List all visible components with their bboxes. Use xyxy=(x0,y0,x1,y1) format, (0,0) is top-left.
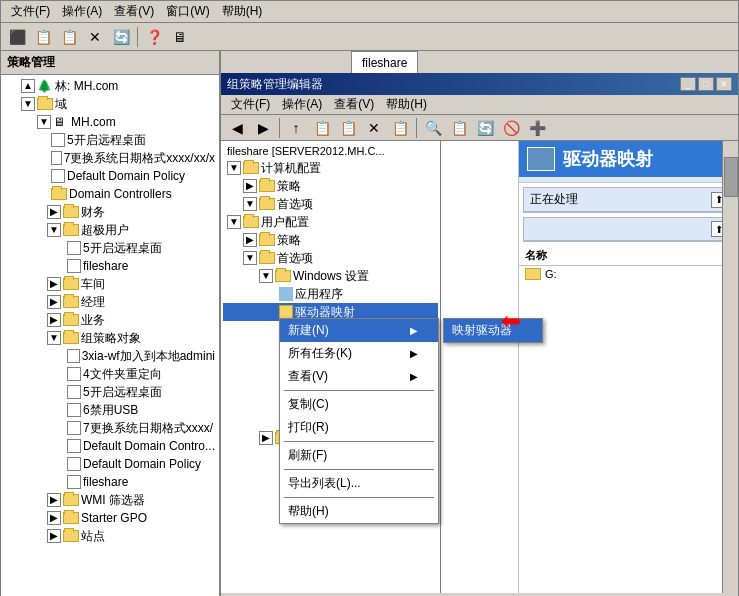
gpo-tree-policy1[interactable]: ▶ 策略 xyxy=(223,177,438,195)
gpo-toolbar-btn8[interactable]: 🚫 xyxy=(499,117,523,139)
gpo-toolbar-btn5[interactable]: 🔍 xyxy=(421,117,445,139)
toolbar-btn-2[interactable]: 📋 xyxy=(31,26,55,48)
toolbar-btn-1[interactable]: ⬛ xyxy=(5,26,29,48)
context-menu-alltasks[interactable]: 所有任务(K) ▶ xyxy=(280,342,438,365)
tree-item-sites[interactable]: ▶ 站点 xyxy=(3,527,217,545)
tree-item-remote[interactable]: 5开启远程桌面 xyxy=(3,131,217,149)
tree-item-workshop[interactable]: ▶ 车间 xyxy=(3,275,217,293)
left-tree-area[interactable]: ▲ 🌲 林: MH.com ▼ 域 ▼ 🖥 MH.com xyxy=(1,75,219,596)
gpo-toggle-controlpanel[interactable]: ▶ xyxy=(259,431,273,445)
gpo-toolbar-up[interactable]: ↑ xyxy=(284,117,308,139)
context-menu[interactable]: 新建(N) ▶ 所有任务(K) ▶ 查看(V) ▶ 复制(C) 打印(R) xyxy=(279,318,439,524)
context-menu-new[interactable]: 新建(N) ▶ xyxy=(280,319,438,342)
gpo-toolbar-btn4[interactable]: 📋 xyxy=(388,117,412,139)
toolbar-btn-6[interactable]: ❓ xyxy=(142,26,166,48)
toggle-business[interactable]: ▶ xyxy=(47,313,61,327)
toggle-finance[interactable]: ▶ xyxy=(47,205,61,219)
tree-item-gpo6[interactable]: Default Domain Contro... xyxy=(3,437,217,455)
gpo-tree-pref2[interactable]: ▼ 首选项 xyxy=(223,249,438,267)
context-menu-refresh[interactable]: 刷新(F) xyxy=(280,444,438,467)
toggle-sites[interactable]: ▶ xyxy=(47,529,61,543)
toggle-starter[interactable]: ▶ xyxy=(47,511,61,525)
close-btn[interactable]: ✕ xyxy=(716,77,732,91)
tree-item-gpo2[interactable]: 4文件夹重定向 xyxy=(3,365,217,383)
toolbar-btn-3[interactable]: 📋 xyxy=(57,26,81,48)
toolbar-btn-4[interactable]: ✕ xyxy=(83,26,107,48)
gpo-tree-apps[interactable]: 应用程序 xyxy=(223,285,438,303)
gpo-toggle-policy1[interactable]: ▶ xyxy=(243,179,257,193)
tree-item-superuser[interactable]: ▼ 超极用户 xyxy=(3,221,217,239)
toggle-mhcom[interactable]: ▼ xyxy=(37,115,51,129)
gpo-toggle-windows[interactable]: ▼ xyxy=(259,269,273,283)
submenu-item-drivemap[interactable]: 映射驱动器 xyxy=(444,319,542,342)
tree-item-manager[interactable]: ▶ 经理 xyxy=(3,293,217,311)
tree-item-forest[interactable]: ▲ 🌲 林: MH.com xyxy=(3,77,217,95)
gpo-menu-help[interactable]: 帮助(H) xyxy=(380,95,433,114)
gpo-toggle-computer[interactable]: ▼ xyxy=(227,161,241,175)
tree-item-gpo7[interactable]: Default Domain Policy xyxy=(3,455,217,473)
tree-item-gpo4[interactable]: 6禁用USB xyxy=(3,401,217,419)
toggle-domain[interactable]: ▼ xyxy=(21,97,35,111)
tree-item-fileshare[interactable]: fileshare xyxy=(3,257,217,275)
tree-item-starter[interactable]: ▶ Starter GPO xyxy=(3,509,217,527)
tree-item-gpo[interactable]: ▼ 组策略对象 xyxy=(3,329,217,347)
active-tab[interactable]: fileshare xyxy=(351,51,418,73)
gpo-tree-pref1[interactable]: ▼ 首选项 xyxy=(223,195,438,213)
gpo-tree-policy2[interactable]: ▶ 策略 xyxy=(223,231,438,249)
context-menu-print[interactable]: 打印(R) xyxy=(280,416,438,439)
context-menu-view[interactable]: 查看(V) ▶ xyxy=(280,365,438,388)
tree-item-date[interactable]: 7更换系统日期格式xxxx/xx/x xyxy=(3,149,217,167)
tree-item-gpo8[interactable]: fileshare xyxy=(3,473,217,491)
gpo-toolbar-btn1[interactable]: 📋 xyxy=(310,117,334,139)
toggle-workshop[interactable]: ▶ xyxy=(47,277,61,291)
context-menu-copy[interactable]: 复制(C) xyxy=(280,393,438,416)
gpo-toggle-policy2[interactable]: ▶ xyxy=(243,233,257,247)
tree-item-ddp[interactable]: Default Domain Policy xyxy=(3,167,217,185)
gpo-menu-action[interactable]: 操作(A) xyxy=(276,95,328,114)
tree-item-domain[interactable]: ▼ 域 xyxy=(3,95,217,113)
gpo-toolbar-btn6[interactable]: 📋 xyxy=(447,117,471,139)
gpo-toolbar-btn2[interactable]: 📋 xyxy=(336,117,360,139)
gpo-menu-file[interactable]: 文件(F) xyxy=(225,95,276,114)
menu-file[interactable]: 文件(F) xyxy=(5,1,56,22)
tree-item-finance[interactable]: ▶ 财务 xyxy=(3,203,217,221)
gpo-toolbar-forward[interactable]: ▶ xyxy=(251,117,275,139)
tree-item-gpo1[interactable]: 3xia-wf加入到本地admini xyxy=(3,347,217,365)
menu-help[interactable]: 帮助(H) xyxy=(216,1,269,22)
toolbar-btn-7[interactable]: 🖥 xyxy=(168,26,192,48)
gpo-toggle-pref2[interactable]: ▼ xyxy=(243,251,257,265)
context-menu-export[interactable]: 导出列表(L)... xyxy=(280,472,438,495)
tree-item-gpo3[interactable]: 5开启远程桌面 xyxy=(3,383,217,401)
toggle-superuser[interactable]: ▼ xyxy=(47,223,61,237)
tree-item-wmi[interactable]: ▶ WMI 筛选器 xyxy=(3,491,217,509)
tree-item-gpo5[interactable]: 7更换系统日期格式xxxx/ xyxy=(3,419,217,437)
tree-item-mhcom[interactable]: ▼ 🖥 MH.com xyxy=(3,113,217,131)
minimize-btn[interactable]: _ xyxy=(680,77,696,91)
gpo-toolbar-btn7[interactable]: 🔄 xyxy=(473,117,497,139)
tree-item-dc[interactable]: Domain Controllers xyxy=(3,185,217,203)
maximize-btn[interactable]: □ xyxy=(698,77,714,91)
tree-item-remote2[interactable]: 5开启远程桌面 xyxy=(3,239,217,257)
gpo-tree-windows[interactable]: ▼ Windows 设置 xyxy=(223,267,438,285)
gpo-tree-computer[interactable]: ▼ 计算机配置 xyxy=(223,159,438,177)
toggle-gpo[interactable]: ▼ xyxy=(47,331,61,345)
menu-view[interactable]: 查看(V) xyxy=(108,1,160,22)
gpo-toggle-pref1[interactable]: ▼ xyxy=(243,197,257,211)
tree-item-business[interactable]: ▶ 业务 xyxy=(3,311,217,329)
submenu[interactable]: 映射驱动器 xyxy=(443,318,543,343)
gpo-toolbar-btn3[interactable]: ✕ xyxy=(362,117,386,139)
toggle-wmi[interactable]: ▶ xyxy=(47,493,61,507)
toggle-manager[interactable]: ▶ xyxy=(47,295,61,309)
gpo-menu-view[interactable]: 查看(V) xyxy=(328,95,380,114)
toolbar-btn-5[interactable]: 🔄 xyxy=(109,26,133,48)
gpo-toggle-user[interactable]: ▼ xyxy=(227,215,241,229)
menu-window[interactable]: 窗口(W) xyxy=(160,1,215,22)
context-menu-help[interactable]: 帮助(H) xyxy=(280,500,438,523)
gpo-toolbar-back[interactable]: ◀ xyxy=(225,117,249,139)
gpo-toolbar-btn9[interactable]: ➕ xyxy=(525,117,549,139)
toggle-forest[interactable]: ▲ xyxy=(21,79,35,93)
gpo-tree-user[interactable]: ▼ 用户配置 xyxy=(223,213,438,231)
menu-action[interactable]: 操作(A) xyxy=(56,1,108,22)
drivemap-entry-g[interactable]: G: xyxy=(519,266,738,282)
vertical-scrollbar[interactable] xyxy=(722,141,738,593)
